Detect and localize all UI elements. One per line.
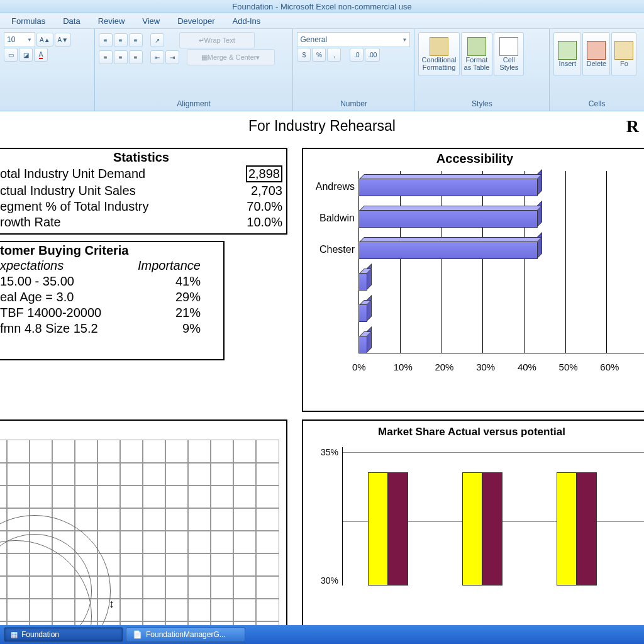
- percent-button[interactable]: %: [312, 48, 326, 62]
- statistics-table: otal Industry Unit Demand2,898 ctual Ind…: [0, 165, 282, 230]
- currency-button[interactable]: $: [297, 48, 311, 62]
- criteria-panel: tomer Buying Criteria xpectationsImporta…: [0, 241, 225, 360]
- taskbar-item-foundation[interactable]: ▦Foundation: [4, 627, 123, 642]
- increase-indent-button[interactable]: ⇥: [165, 50, 179, 64]
- criteria-value[interactable]: 21%: [121, 305, 219, 321]
- chart-bar-baldwin: [358, 210, 538, 228]
- insert-button[interactable]: Insert: [553, 32, 581, 76]
- group-label-cells: Cells: [553, 98, 640, 109]
- sheet-title: For Industry Rehearsal: [0, 118, 644, 135]
- delete-icon: [587, 41, 606, 60]
- stat-label: egment % of Total Industry: [0, 199, 226, 214]
- fill-color-button[interactable]: ◪: [19, 48, 33, 62]
- chart-tick-label: 10%: [394, 362, 435, 372]
- format-as-table-button[interactable]: Format as Table: [461, 32, 493, 76]
- tab-addins[interactable]: Add-Ins: [233, 16, 261, 26]
- chart-tick-label: 30%: [308, 575, 338, 586]
- align-bottom-button[interactable]: ≡: [129, 33, 143, 47]
- decrease-decimal-button[interactable]: .00: [365, 48, 380, 62]
- market-share-chart: 35% 30%: [308, 447, 644, 586]
- stat-label: otal Industry Unit Demand: [0, 165, 226, 183]
- stat-value[interactable]: 10.0%: [226, 214, 282, 230]
- window-title: Foundation - Microsoft Excel non-commerc…: [232, 2, 411, 11]
- font-size-select[interactable]: 10▼: [4, 32, 35, 47]
- ribbon: 10▼ A▲ A▼ ▭ ◪ A ≡ ≡ ≡ ↗ ↵ Wrap Text: [0, 29, 644, 111]
- chart-bar-actual: [557, 472, 577, 586]
- comma-button[interactable]: ,: [327, 48, 341, 62]
- chart-bar-actual: [368, 472, 388, 586]
- tab-review[interactable]: Review: [98, 16, 125, 26]
- chart-gridlines: [358, 171, 644, 353]
- conditional-formatting-icon: [430, 37, 448, 56]
- ribbon-group-cells: Insert Delete Fo Cells: [550, 29, 644, 111]
- statistics-panel: Statistics otal Industry Unit Demand2,89…: [0, 148, 287, 235]
- chart-category-labels: Andrews Baldwin Chester: [308, 171, 358, 372]
- tab-developer[interactable]: Developer: [177, 16, 214, 26]
- align-middle-button[interactable]: ≡: [114, 33, 128, 47]
- chart-category-label: Baldwin: [308, 203, 358, 234]
- wrap-text-button[interactable]: ↵ Wrap Text: [179, 32, 255, 48]
- chart-bar-potential: [577, 472, 597, 586]
- align-center-button[interactable]: ≡: [114, 50, 128, 64]
- conditional-formatting-button[interactable]: Conditional Formatting: [418, 32, 459, 76]
- format-button[interactable]: Fo: [611, 32, 636, 76]
- criteria-label: eal Age = 3.0: [0, 289, 121, 305]
- tab-data[interactable]: Data: [63, 16, 80, 26]
- align-left-button[interactable]: ≡: [99, 50, 113, 64]
- stat-value[interactable]: 70.0%: [226, 199, 282, 214]
- align-top-button[interactable]: ≡: [99, 33, 113, 47]
- chart-bar-actual: [462, 472, 482, 586]
- criteria-table: xpectationsImportance 15.00 - 35.0041% e…: [0, 258, 219, 336]
- chart-x-axis: 0% 10% 20% 30% 40% 50% 60%: [358, 362, 644, 372]
- merge-center-button[interactable]: ▦ Merge & Center ▾: [187, 49, 275, 65]
- stat-label: rowth Rate: [0, 214, 226, 230]
- cell-styles-button[interactable]: Cell Styles: [494, 32, 524, 76]
- perceptual-map-panel[interactable]: [0, 419, 287, 627]
- criteria-label: 15.00 - 35.00: [0, 274, 121, 289]
- insert-icon: [558, 41, 577, 60]
- chart-tick-label: 0%: [352, 362, 394, 372]
- font-color-button[interactable]: A: [34, 48, 48, 62]
- letter-R: R: [626, 116, 639, 136]
- stat-value[interactable]: 2,898: [226, 165, 282, 183]
- delete-button[interactable]: Delete: [582, 32, 610, 76]
- worksheet-area[interactable]: For Industry Rehearsal R Statistics otal…: [0, 111, 644, 630]
- accessibility-chart: Andrews Baldwin Chester 0% 10% 20% 30%: [308, 171, 644, 372]
- ribbon-group-number: General▼ $ % , .0 .00 Number: [293, 29, 414, 111]
- chart-bar-andrews: [358, 179, 538, 196]
- ribbon-group-font: 10▼ A▲ A▼ ▭ ◪ A: [0, 29, 95, 111]
- chart-bar-potential: [482, 472, 502, 586]
- chart-tick-label: 50%: [559, 362, 601, 372]
- criteria-col-header: Importance: [121, 258, 219, 274]
- stat-value[interactable]: 2,703: [226, 183, 282, 199]
- format-table-icon: [467, 37, 486, 56]
- criteria-value[interactable]: 29%: [121, 289, 219, 305]
- taskbar-item-foundationmanager[interactable]: 📄FoundationManagerG...: [126, 627, 245, 642]
- increase-font-button[interactable]: A▲: [36, 33, 53, 47]
- group-label-font: [4, 107, 91, 109]
- chart-plot-area: 0% 10% 20% 30% 40% 50% 60%: [358, 171, 644, 372]
- border-button[interactable]: ▭: [4, 48, 18, 62]
- chart-tick-label: 60%: [600, 362, 641, 372]
- cell-styles-icon: [499, 37, 518, 56]
- ribbon-tabs: Formulas Data Review View Developer Add-…: [0, 13, 644, 29]
- format-icon: [614, 41, 633, 60]
- decrease-font-button[interactable]: A▼: [55, 33, 72, 47]
- criteria-value[interactable]: 9%: [121, 321, 219, 336]
- tab-formulas[interactable]: Formulas: [11, 16, 45, 26]
- ribbon-group-alignment: ≡ ≡ ≡ ↗ ↵ Wrap Text ≡ ≡ ≡ ⇤ ⇥ ▦ Merge & …: [95, 29, 294, 111]
- resize-cursor-icon: ↕: [109, 597, 114, 611]
- stat-label: ctual Industry Unit Sales: [0, 183, 226, 199]
- accessibility-chart-panel[interactable]: Accessibility Andrews Baldwin Chester 0%…: [302, 148, 644, 412]
- group-label-alignment: Alignment: [99, 98, 289, 109]
- chart-axis-line: [358, 353, 644, 353]
- tab-view[interactable]: View: [142, 16, 160, 26]
- align-right-button[interactable]: ≡: [129, 50, 143, 64]
- pdf-icon: 📄: [133, 630, 142, 639]
- criteria-value[interactable]: 41%: [121, 274, 219, 289]
- decrease-indent-button[interactable]: ⇤: [150, 50, 164, 64]
- number-format-select[interactable]: General▼: [297, 32, 410, 47]
- increase-decimal-button[interactable]: .0: [350, 48, 364, 62]
- orientation-button[interactable]: ↗: [150, 33, 164, 47]
- market-share-panel[interactable]: Market Share Actual versus potential 35%…: [302, 419, 644, 627]
